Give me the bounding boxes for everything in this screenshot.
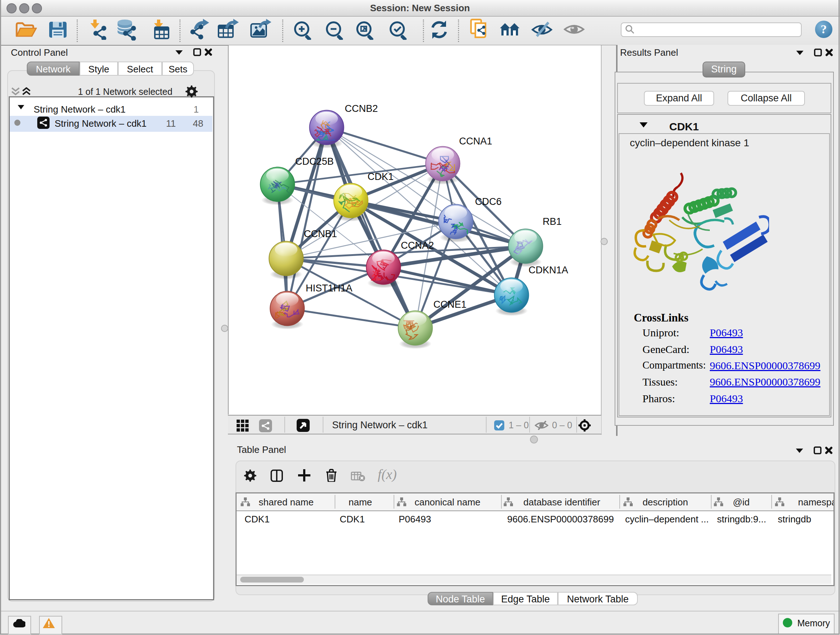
svg-text:CDC25B: CDC25B bbox=[295, 156, 334, 167]
svg-text:CCNB2: CCNB2 bbox=[345, 103, 378, 114]
svg-text:CCNE1: CCNE1 bbox=[433, 299, 467, 310]
svg-text:CCNA2: CCNA2 bbox=[401, 240, 434, 251]
svg-text:RB1: RB1 bbox=[543, 216, 562, 227]
svg-text:CCNA1: CCNA1 bbox=[459, 136, 493, 147]
svg-text:CDC6: CDC6 bbox=[475, 196, 502, 207]
svg-text:CDK1: CDK1 bbox=[368, 171, 393, 182]
svg-text:CDKN1A: CDKN1A bbox=[529, 264, 568, 276]
svg-text:CCNB1: CCNB1 bbox=[304, 228, 337, 239]
svg-text:?: ? bbox=[821, 22, 827, 36]
svg-text:HIST1H1A: HIST1H1A bbox=[306, 283, 352, 294]
